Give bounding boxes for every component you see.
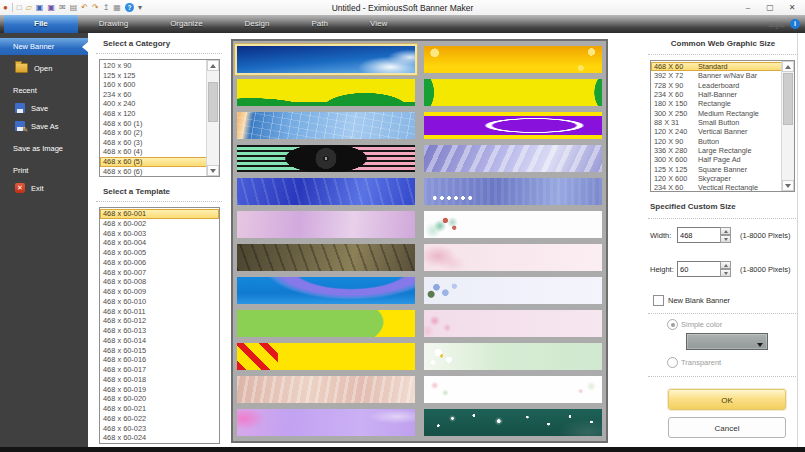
- tab-design[interactable]: Design: [224, 15, 291, 33]
- template-thumbnail-468-x-60-009[interactable]: [237, 178, 415, 205]
- sidebar-item-new-banner[interactable]: New Banner: [0, 38, 88, 55]
- new-blank-banner-checkbox[interactable]: [653, 295, 664, 306]
- web-size-item-392-x-72-banner-w-nav-bar[interactable]: 392 X 72Banner w/Nav Bar: [651, 71, 782, 80]
- template-thumbnail-468-x-60-010[interactable]: [424, 178, 602, 205]
- web-size-item-234-x-60-vectical-rectangle[interactable]: 234 X 60Vectical Rectangle: [651, 183, 782, 192]
- template-thumbnail-468-x-60-016[interactable]: [424, 277, 602, 304]
- category-item-468-x-60-5[interactable]: 468 x 60 (5): [100, 157, 207, 167]
- export-icon[interactable]: ↥: [103, 0, 110, 15]
- web-size-item-88-x-31-small-button[interactable]: 88 X 31Small Button: [651, 118, 782, 127]
- save-as-icon[interactable]: ▣: [47, 0, 55, 15]
- web-size-item-234-x-60-half-banner[interactable]: 234 X 60Half-Banner: [651, 90, 782, 99]
- template-thumbnail-468-x-60-022[interactable]: [424, 376, 602, 403]
- category-item-160-x-600[interactable]: 160 x 600: [100, 80, 207, 90]
- template-thumbnail-468-x-60-004[interactable]: [424, 79, 602, 106]
- tab-view[interactable]: View: [349, 15, 408, 33]
- help-icon[interactable]: ?: [125, 3, 134, 12]
- template-thumbnail-468-x-60-011[interactable]: [237, 211, 415, 238]
- scroll-up-button[interactable]: [782, 61, 794, 72]
- web-size-item-120-x-90-button[interactable]: 120 X 90Button: [651, 137, 782, 146]
- category-item-468-x-120[interactable]: 468 x 120: [100, 109, 207, 119]
- undo-icon[interactable]: ↶: [81, 0, 88, 15]
- template-item-468-x-60-005[interactable]: 468 x 60-005: [100, 248, 219, 258]
- template-thumbnail-468-x-60-014[interactable]: [424, 244, 602, 271]
- redo-icon[interactable]: ↷: [92, 0, 99, 15]
- template-thumbnail-468-x-60-001[interactable]: [237, 46, 415, 73]
- sidebar-item-open[interactable]: Open: [0, 60, 88, 76]
- email-icon[interactable]: ✉: [59, 0, 66, 15]
- template-item-468-x-60-018[interactable]: 468 x 60-018: [100, 375, 219, 385]
- web-size-item-120-x-600-skycraper[interactable]: 120 X 600Skycraper: [651, 174, 782, 183]
- web-size-item-336-x-280-large-rectangle[interactable]: 336 X 280Large Rectangle: [651, 146, 782, 155]
- tab-drawing[interactable]: Drawing: [78, 15, 149, 33]
- buy-icon[interactable]: ▦: [113, 0, 121, 15]
- template-thumbnail-468-x-60-015[interactable]: [237, 277, 415, 304]
- template-thumbnail-468-x-60-013[interactable]: [237, 244, 415, 271]
- category-scrollbar[interactable]: [206, 60, 219, 176]
- web-size-item-300-x-600-half-page-ad[interactable]: 300 X 600Half Page Ad: [651, 155, 782, 164]
- template-thumbnail-468-x-60-019[interactable]: [237, 343, 415, 370]
- template-thumbnail-468-x-60-012[interactable]: [424, 211, 602, 238]
- template-item-468-x-60-004[interactable]: 468 x 60-004: [100, 238, 219, 248]
- template-item-468-x-60-009[interactable]: 468 x 60-009: [100, 287, 219, 297]
- category-item-468-x-60-2[interactable]: 468 x 60 (2): [100, 128, 207, 138]
- scroll-up-button[interactable]: [207, 60, 219, 71]
- category-item-468-x-60-6[interactable]: 468 x 60 (6): [100, 167, 207, 177]
- height-input[interactable]: [677, 261, 721, 277]
- ok-button[interactable]: OK: [668, 389, 786, 410]
- template-item-468-x-60-013[interactable]: 468 x 60-013: [100, 326, 219, 336]
- transparent-radio[interactable]: [667, 357, 678, 368]
- category-item-468-x-60-1[interactable]: 468 x 60 (1): [100, 119, 207, 129]
- print-icon[interactable]: ▤: [70, 0, 78, 15]
- template-item-468-x-60-023[interactable]: 468 x 60-023: [100, 424, 219, 434]
- info-icon[interactable]: i: [790, 19, 800, 29]
- cancel-button[interactable]: Cancel: [668, 417, 786, 438]
- height-decrement-button[interactable]: [720, 269, 731, 277]
- category-item-468-x-60-3[interactable]: 468 x 60 (3): [100, 138, 207, 148]
- minimize-button[interactable]: –: [737, 0, 759, 15]
- close-button[interactable]: ✕: [781, 0, 803, 15]
- new-document-icon[interactable]: □: [17, 0, 22, 15]
- app-logo-icon[interactable]: ●: [3, 0, 8, 15]
- template-item-468-x-60-010[interactable]: 468 x 60-010: [100, 297, 219, 307]
- category-item-400-x-240[interactable]: 400 x 240: [100, 99, 207, 109]
- sidebar-item-exit[interactable]: Exit: [0, 180, 88, 196]
- template-item-468-x-60-001[interactable]: 468 x 60-001: [100, 209, 219, 219]
- template-item-468-x-60-022[interactable]: 468 x 60-022: [100, 414, 219, 424]
- scroll-down-button[interactable]: [782, 180, 794, 191]
- web-size-item-468-x-60-standard[interactable]: 468 X 60Standard: [651, 62, 782, 71]
- sidebar-item-save-as[interactable]: Save As: [0, 118, 88, 134]
- tab-path[interactable]: Path: [291, 15, 349, 33]
- template-thumbnail-468-x-60-008[interactable]: [424, 145, 602, 172]
- save-file-icon[interactable]: ▣: [36, 0, 44, 15]
- template-thumbnail-468-x-60-005[interactable]: [237, 112, 415, 139]
- template-item-468-x-60-015[interactable]: 468 x 60-015: [100, 346, 219, 356]
- tab-organize[interactable]: Organize: [149, 15, 223, 33]
- toolbar-more-icon[interactable]: ▾: [138, 0, 142, 15]
- width-input[interactable]: [677, 227, 721, 243]
- sidebar-item-save[interactable]: Save: [0, 100, 88, 116]
- web-size-item-180-x-150-rectangle[interactable]: 180 X 150Rectangle: [651, 99, 782, 108]
- template-item-468-x-60-007[interactable]: 468 x 60-007: [100, 268, 219, 278]
- tab-file[interactable]: File: [4, 15, 78, 33]
- new-blank-banner-label[interactable]: New Blank Banner: [668, 296, 730, 305]
- scrollbar-thumb[interactable]: [208, 82, 218, 122]
- sidebar-item-print[interactable]: Print: [0, 162, 88, 178]
- simple-color-label[interactable]: Simple color: [681, 320, 722, 329]
- template-thumbnail-468-x-60-002[interactable]: [424, 46, 602, 73]
- template-item-468-x-60-019[interactable]: 468 x 60-019: [100, 385, 219, 395]
- template-item-468-x-60-020[interactable]: 468 x 60-020: [100, 394, 219, 404]
- template-thumbnail-468-x-60-021[interactable]: [237, 376, 415, 403]
- template-item-468-x-60-011[interactable]: 468 x 60-011: [100, 307, 219, 317]
- simple-color-radio[interactable]: [667, 319, 678, 330]
- template-item-468-x-60-003[interactable]: 468 x 60-003: [100, 229, 219, 239]
- web-size-item-120-x-240-vertical-banner[interactable]: 120 X 240Vertical Banner: [651, 127, 782, 136]
- template-item-468-x-60-008[interactable]: 468 x 60-008: [100, 277, 219, 287]
- template-item-468-x-60-002[interactable]: 468 x 60-002: [100, 219, 219, 229]
- template-thumbnail-468-x-60-023[interactable]: [237, 409, 415, 436]
- template-thumbnail-468-x-60-017[interactable]: [237, 310, 415, 337]
- scroll-down-button[interactable]: [207, 165, 219, 176]
- template-item-468-x-60-012[interactable]: 468 x 60-012: [100, 316, 219, 326]
- category-item-468-x-60-4[interactable]: 468 x 60 (4): [100, 147, 207, 157]
- template-item-468-x-60-024[interactable]: 468 x 60-024: [100, 433, 219, 443]
